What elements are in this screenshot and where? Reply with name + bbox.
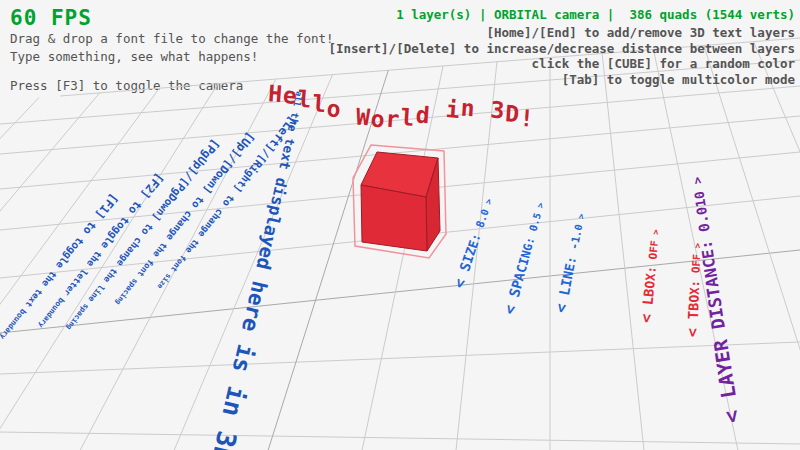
cube-front-face xyxy=(361,185,427,251)
hint-layer-distance: [Insert]/[Delete] to increase/decrease d… xyxy=(328,41,795,57)
hint-cube-random-color: click the [CUBE] for a random color xyxy=(328,56,795,72)
hint-add-remove-layers: [Home]/[End] to add/remove 3D text layer… xyxy=(328,25,795,41)
hint-multicolor-mode: [Tab] to toggle multicolor mode xyxy=(328,72,795,88)
status-bar: 1 layer(s) | ORBITAL camera | 386 quads … xyxy=(328,7,795,22)
hud-right-panel: 1 layer(s) | ORBITAL camera | 386 quads … xyxy=(328,7,795,87)
fps-counter: 60 FPS xyxy=(10,6,92,30)
